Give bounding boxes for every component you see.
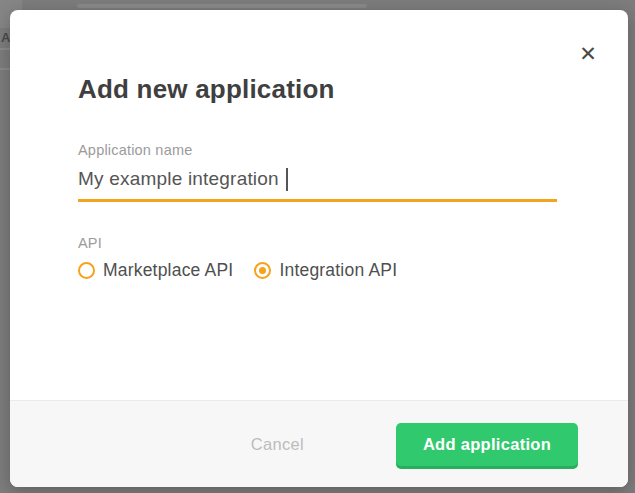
background-page-fragment [77,4,367,8]
add-application-button[interactable]: Add application [396,423,578,466]
radio-selected-icon [254,262,271,279]
close-button[interactable]: ✕ [574,40,602,68]
modal-title: Add new application [78,74,557,105]
cancel-button[interactable]: Cancel [251,435,304,454]
application-name-label: Application name [78,142,557,158]
radio-unselected-icon [78,262,95,279]
application-name-input[interactable] [78,168,557,202]
modal-footer: Cancel Add application [10,400,628,487]
background-page-fragment [0,48,10,50]
text-caret [286,168,288,191]
add-application-modal: ✕ Add new application Application name A… [10,10,628,487]
close-icon: ✕ [579,42,597,65]
api-radio-row: Marketplace API Integration API [78,260,557,281]
radio-option-integration-api[interactable]: Integration API [254,260,397,281]
modal-body: Add new application Application name API… [10,10,628,400]
application-name-input-wrap [78,168,557,202]
api-label: API [78,235,557,251]
background-page-fragment [0,68,10,70]
radio-option-label: Integration API [279,260,397,281]
radio-option-label: Marketplace API [103,260,233,281]
api-radio-group: API Marketplace API Integration API [78,235,557,281]
application-name-field: Application name [78,142,557,202]
background-page-text: A [1,30,10,45]
radio-option-marketplace-api[interactable]: Marketplace API [78,260,233,281]
